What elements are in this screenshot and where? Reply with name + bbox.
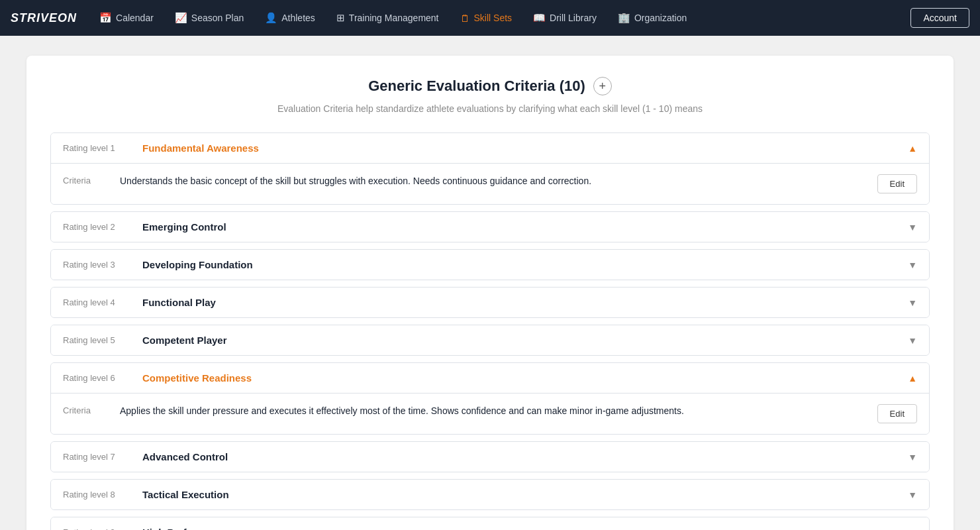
rating-header-7[interactable]: Rating level 7Advanced Control▼ bbox=[51, 442, 929, 472]
chevron-icon-7: ▼ bbox=[908, 452, 917, 462]
rating-header-5[interactable]: Rating level 5Competent Player▼ bbox=[51, 325, 929, 355]
page-content: Generic Evaluation Criteria (10) + Evalu… bbox=[0, 36, 980, 530]
nav-item-training-management[interactable]: ⊞ Training Management bbox=[327, 8, 448, 28]
drill-library-icon: 📖 bbox=[533, 12, 546, 24]
rating-header-1[interactable]: Rating level 1Fundamental Awareness▲ bbox=[51, 133, 929, 163]
rating-item-6: Rating level 6Competitive Readiness▲Crit… bbox=[50, 362, 930, 435]
rating-label-2: Rating level 2 bbox=[63, 222, 136, 232]
rating-body-1: CriteriaUnderstands the basic concept of… bbox=[51, 163, 929, 204]
chevron-icon-4: ▼ bbox=[908, 297, 917, 308]
rating-item-3: Rating level 3Developing Foundation▼ bbox=[50, 249, 930, 280]
rating-item-7: Rating level 7Advanced Control▼ bbox=[50, 441, 930, 472]
rating-name-5: Competent Player bbox=[142, 335, 901, 346]
nav-item-calendar[interactable]: 📅 Calendar bbox=[90, 8, 163, 28]
card-header: Generic Evaluation Criteria (10) + bbox=[50, 77, 930, 95]
chevron-icon-2: ▼ bbox=[908, 222, 917, 233]
nav-label-season-plan: Season Plan bbox=[191, 13, 244, 23]
chevron-icon-8: ▼ bbox=[908, 490, 917, 500]
rating-item-5: Rating level 5Competent Player▼ bbox=[50, 325, 930, 356]
rating-item-1: Rating level 1Fundamental Awareness▲Crit… bbox=[50, 132, 930, 205]
edit-button-6[interactable]: Edit bbox=[877, 404, 917, 423]
page-subtitle: Evaluation Criteria help standardize ath… bbox=[50, 103, 930, 114]
account-button[interactable]: Account bbox=[910, 8, 969, 28]
rating-name-9: High Performance bbox=[142, 527, 901, 530]
nav-item-drill-library[interactable]: 📖 Drill Library bbox=[524, 8, 606, 28]
nav-label-skill-sets: Skill Sets bbox=[474, 13, 513, 23]
rating-name-2: Emerging Control bbox=[142, 221, 901, 233]
rating-label-9: Rating level 9 bbox=[63, 527, 136, 530]
rating-name-1: Fundamental Awareness bbox=[142, 142, 901, 154]
rating-item-2: Rating level 2Emerging Control▼ bbox=[50, 211, 930, 242]
rating-name-8: Tactical Execution bbox=[142, 489, 901, 500]
season-plan-icon: 📈 bbox=[175, 12, 187, 24]
chevron-icon-6: ▲ bbox=[908, 373, 917, 384]
organization-icon: 🏢 bbox=[618, 12, 630, 24]
calendar-icon: 📅 bbox=[99, 12, 112, 24]
nav-item-season-plan[interactable]: 📈 Season Plan bbox=[166, 8, 253, 28]
nav-label-organization: Organization bbox=[634, 13, 687, 23]
criteria-label-1: Criteria bbox=[63, 174, 109, 186]
chevron-icon-5: ▼ bbox=[908, 335, 917, 346]
rating-label-7: Rating level 7 bbox=[63, 452, 136, 462]
rating-header-8[interactable]: Rating level 8Tactical Execution▼ bbox=[51, 480, 929, 509]
rating-item-9: Rating level 9High Performance▼ bbox=[50, 517, 930, 530]
criteria-text-6: Applies the skill under pressure and exe… bbox=[120, 404, 867, 418]
rating-name-3: Developing Foundation bbox=[142, 259, 901, 270]
rating-label-4: Rating level 4 bbox=[63, 297, 136, 307]
rating-levels-list: Rating level 1Fundamental Awareness▲Crit… bbox=[50, 132, 930, 530]
chevron-icon-3: ▼ bbox=[908, 260, 917, 270]
nav-item-athletes[interactable]: 👤 Athletes bbox=[256, 8, 324, 28]
rating-header-9[interactable]: Rating level 9High Performance▼ bbox=[51, 517, 929, 530]
main-nav: STRIVEON 📅 Calendar 📈 Season Plan 👤 Athl… bbox=[0, 0, 980, 36]
add-criteria-button[interactable]: + bbox=[593, 77, 612, 95]
rating-name-6: Competitive Readiness bbox=[142, 372, 901, 384]
rating-name-7: Advanced Control bbox=[142, 451, 901, 462]
evaluation-criteria-card: Generic Evaluation Criteria (10) + Evalu… bbox=[26, 56, 954, 530]
training-management-icon: ⊞ bbox=[336, 12, 345, 24]
criteria-text-1: Understands the basic concept of the ski… bbox=[120, 174, 867, 188]
criteria-label-6: Criteria bbox=[63, 404, 109, 415]
nav-label-training-management: Training Management bbox=[349, 13, 439, 23]
rating-item-8: Rating level 8Tactical Execution▼ bbox=[50, 479, 930, 510]
chevron-icon-9: ▼ bbox=[908, 527, 917, 531]
skill-sets-icon: 🗒 bbox=[460, 13, 470, 24]
nav-label-calendar: Calendar bbox=[116, 13, 154, 23]
rating-label-1: Rating level 1 bbox=[63, 143, 136, 153]
nav-label-athletes: Athletes bbox=[281, 13, 315, 23]
rating-label-5: Rating level 5 bbox=[63, 335, 136, 345]
page-title: Generic Evaluation Criteria (10) bbox=[368, 78, 585, 95]
athletes-icon: 👤 bbox=[265, 12, 277, 24]
chevron-icon-1: ▲ bbox=[908, 143, 917, 154]
rating-label-8: Rating level 8 bbox=[63, 490, 136, 500]
brand-logo: STRIVEON bbox=[11, 11, 77, 25]
nav-label-drill-library: Drill Library bbox=[550, 13, 597, 23]
rating-label-3: Rating level 3 bbox=[63, 260, 136, 270]
rating-header-3[interactable]: Rating level 3Developing Foundation▼ bbox=[51, 250, 929, 280]
nav-item-skill-sets[interactable]: 🗒 Skill Sets bbox=[451, 9, 522, 28]
rating-label-6: Rating level 6 bbox=[63, 373, 136, 383]
edit-button-1[interactable]: Edit bbox=[877, 174, 917, 193]
rating-body-6: CriteriaApplies the skill under pressure… bbox=[51, 393, 929, 434]
nav-item-organization[interactable]: 🏢 Organization bbox=[609, 8, 696, 28]
rating-name-4: Functional Play bbox=[142, 297, 901, 308]
rating-item-4: Rating level 4Functional Play▼ bbox=[50, 287, 930, 318]
rating-header-2[interactable]: Rating level 2Emerging Control▼ bbox=[51, 212, 929, 242]
rating-header-4[interactable]: Rating level 4Functional Play▼ bbox=[51, 288, 929, 317]
rating-header-6[interactable]: Rating level 6Competitive Readiness▲ bbox=[51, 363, 929, 393]
